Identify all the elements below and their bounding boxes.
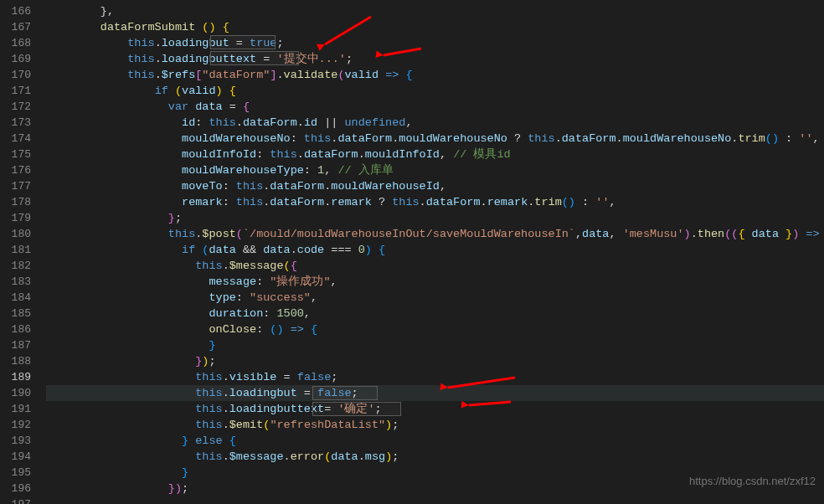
token-punc: || bbox=[317, 116, 344, 129]
token-bool: false bbox=[317, 387, 352, 399]
token-paren-blue: ) bbox=[365, 244, 372, 256]
token-punc: . bbox=[291, 244, 297, 256]
code-line[interactable]: var data = { bbox=[46, 99, 824, 115]
token-this: this bbox=[236, 180, 263, 193]
token-punc bbox=[216, 21, 223, 33]
code-line[interactable]: }); bbox=[46, 353, 824, 369]
line-number: 191 bbox=[0, 401, 46, 417]
code-line[interactable]: moveTo: this.dataForm.mouldWarehouseId, bbox=[46, 178, 824, 194]
token-var: data bbox=[195, 100, 222, 113]
code-line[interactable]: this.loadingbut = false; bbox=[46, 385, 824, 401]
code-line[interactable]: onClose: () => { bbox=[46, 321, 824, 337]
token-prop: dataForm bbox=[270, 196, 324, 208]
token-punc: , bbox=[331, 275, 337, 288]
code-line[interactable]: type: "success", bbox=[46, 290, 824, 306]
token-var: data bbox=[331, 450, 358, 463]
line-number: 175 bbox=[0, 147, 46, 162]
token-this: this bbox=[195, 450, 222, 463]
token-paren-pink: { bbox=[243, 100, 250, 113]
code-line[interactable]: mouldInfoId: this.dataForm.mouldInfoId, … bbox=[46, 147, 824, 162]
code-line[interactable]: this.$post(`/mould/mouldWarehouseInOut/s… bbox=[46, 226, 824, 242]
token-punc bbox=[372, 244, 379, 256]
code-line[interactable]: }, bbox=[46, 3, 824, 19]
line-number: 187 bbox=[0, 337, 46, 353]
code-line[interactable]: this.$emit("refreshDataList"); bbox=[46, 417, 824, 433]
line-number: 192 bbox=[0, 417, 46, 433]
token-paren-gold: ) bbox=[385, 419, 392, 431]
code-line[interactable]: this.loadingbut = true; bbox=[46, 35, 824, 51]
token-prop: mouldInfoId bbox=[182, 148, 256, 161]
token-keyword: if bbox=[182, 244, 195, 256]
token-punc: . bbox=[223, 419, 229, 431]
token-prop: loadingbut bbox=[229, 387, 297, 399]
token-prop: mouldWarehouseId bbox=[331, 180, 440, 193]
line-number: 184 bbox=[0, 290, 46, 306]
token-punc: = bbox=[256, 53, 276, 65]
line-number: 189 bbox=[0, 369, 46, 385]
code-content[interactable]: }, dataFormSubmit () { this.loadingbut =… bbox=[46, 0, 824, 504]
token-punc: , bbox=[609, 228, 622, 240]
code-line[interactable]: this.loadingbuttext= '确定'; bbox=[46, 401, 824, 417]
code-line[interactable]: this.$refs["dataForm"].validate(valid =>… bbox=[46, 67, 824, 83]
token-paren-gold: ) bbox=[216, 85, 223, 97]
token-keyword: if bbox=[155, 85, 168, 97]
code-line[interactable]: } else { bbox=[46, 433, 824, 449]
token-punc: : bbox=[304, 164, 317, 177]
token-number: 1 bbox=[317, 164, 324, 177]
code-line[interactable]: this.visible = false; bbox=[46, 369, 824, 385]
code-line[interactable]: }; bbox=[46, 210, 824, 226]
token-this: this bbox=[195, 419, 222, 431]
token-prop: mouldWarehouseNo bbox=[399, 132, 507, 145]
code-line[interactable]: if (valid) { bbox=[46, 83, 824, 99]
token-punc: = bbox=[276, 371, 296, 383]
code-line[interactable]: mouldWarehouseType: 1, // 入库单 bbox=[46, 162, 824, 178]
code-line[interactable]: id: this.dataForm.id || undefined, bbox=[46, 115, 824, 131]
token-string: "dataForm" bbox=[202, 69, 270, 81]
line-number-gutter: 1661671681691701711721731741751761771781… bbox=[0, 0, 46, 504]
token-prop: loadingbut bbox=[162, 37, 229, 49]
code-line[interactable]: remark: this.dataForm.remark ? this.data… bbox=[46, 194, 824, 210]
token-punc: ; bbox=[182, 482, 188, 495]
code-line[interactable]: if (data && data.code === 0) { bbox=[46, 242, 824, 258]
token-this: this bbox=[195, 260, 222, 272]
code-line[interactable]: } bbox=[46, 337, 824, 353]
token-punc bbox=[223, 435, 229, 447]
code-line[interactable]: message: "操作成功", bbox=[46, 274, 824, 290]
token-punc: , bbox=[609, 196, 615, 208]
token-this: this bbox=[127, 53, 154, 65]
token-method: $post bbox=[202, 228, 236, 240]
code-line[interactable]: this.$message.error(data.msg); bbox=[46, 449, 824, 465]
token-punc: , bbox=[575, 228, 582, 240]
code-line[interactable] bbox=[46, 496, 824, 504]
line-number: 174 bbox=[0, 131, 46, 147]
token-this: this bbox=[304, 132, 331, 145]
line-number: 170 bbox=[0, 67, 46, 83]
code-line[interactable]: this.$message({ bbox=[46, 258, 824, 274]
token-comment: // 模具id bbox=[453, 148, 511, 161]
token-prop: type bbox=[209, 291, 235, 304]
token-punc: ; bbox=[352, 387, 358, 399]
line-number: 182 bbox=[0, 258, 46, 274]
code-line[interactable]: duration: 1500, bbox=[46, 306, 824, 321]
token-punc: ; bbox=[209, 355, 215, 368]
token-punc: . bbox=[236, 116, 243, 129]
token-punc: ; bbox=[346, 53, 353, 65]
token-this: this bbox=[195, 387, 222, 399]
token-punc: . bbox=[276, 69, 283, 81]
token-paren-blue: } bbox=[209, 339, 215, 352]
token-prop: id bbox=[304, 116, 317, 129]
code-line[interactable]: this.loadingbuttext = '提交中...'; bbox=[46, 51, 824, 67]
token-punc: = bbox=[229, 37, 250, 49]
token-string: "refreshDataList" bbox=[270, 419, 385, 431]
code-line[interactable]: dataFormSubmit () { bbox=[46, 19, 824, 35]
token-var: data bbox=[209, 244, 235, 256]
line-number: 171 bbox=[0, 83, 46, 99]
code-line[interactable]: mouldWarehouseNo: this.dataForm.mouldWar… bbox=[46, 131, 824, 147]
token-keyword: var bbox=[168, 100, 188, 113]
token-paren-pink: } bbox=[168, 482, 175, 495]
token-punc: = bbox=[297, 387, 317, 399]
token-this: this bbox=[127, 37, 154, 49]
token-paren-pink: ) bbox=[684, 228, 691, 240]
code-editor[interactable]: 1661671681691701711721731741751761771781… bbox=[0, 0, 824, 504]
token-keyword: else bbox=[195, 435, 222, 447]
